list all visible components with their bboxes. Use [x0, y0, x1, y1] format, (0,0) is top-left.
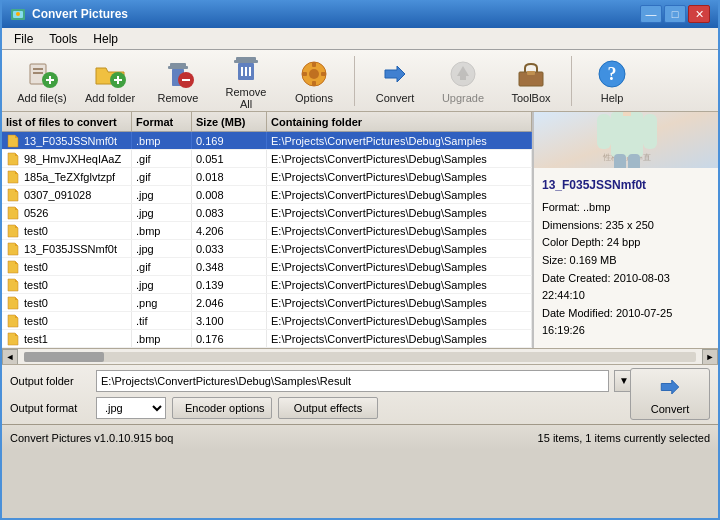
- help-label: Help: [601, 92, 624, 104]
- help-icon: ?: [596, 58, 628, 90]
- horizontal-scrollbar[interactable]: ◄ ►: [2, 348, 718, 364]
- cell-folder: E:\Projects\ConvertPictures\Debug\Sample…: [267, 222, 532, 239]
- add-files-label: Add file(s): [17, 92, 67, 104]
- preview-panel: 性格爽朗率直 进一线的思考: [533, 112, 718, 348]
- remove-all-icon: [230, 52, 262, 84]
- cell-size: 0.083: [192, 204, 267, 221]
- svg-rect-31: [460, 76, 466, 80]
- main-area: list of files to convert Format Size (MB…: [2, 112, 718, 348]
- table-row[interactable]: test1 .bmp 0.176 E:\Projects\ConvertPict…: [2, 330, 532, 348]
- remove-button[interactable]: Remove: [146, 54, 210, 108]
- output-effects-button[interactable]: Output effects: [278, 397, 378, 419]
- title-bar: Convert Pictures — □ ✕: [2, 0, 718, 28]
- table-row[interactable]: 0307_091028 .jpg 0.008 E:\Projects\Conve…: [2, 186, 532, 204]
- add-folder-button[interactable]: Add folder: [78, 54, 142, 108]
- scroll-left-button[interactable]: ◄: [2, 349, 18, 365]
- options-label: Options: [295, 92, 333, 104]
- cell-format: .bmp: [132, 132, 192, 149]
- table-row[interactable]: 13_F035JSSNmf0t .bmp 0.169 E:\Projects\C…: [2, 132, 532, 150]
- col-header-format: Format: [132, 112, 192, 131]
- table-row[interactable]: 185a_TeZXfglvtzpf .gif 0.018 E:\Projects…: [2, 168, 532, 186]
- col-header-name: list of files to convert: [2, 112, 132, 131]
- convert-button[interactable]: Convert: [630, 368, 710, 420]
- status-version: Convert Pictures v1.0.10.915 boq: [10, 432, 173, 444]
- convert-button-label: Convert: [651, 403, 690, 415]
- preview-image: 性格爽朗率直 进一线的思考: [534, 112, 719, 168]
- col-header-size: Size (MB): [192, 112, 267, 131]
- svg-rect-80: [628, 154, 640, 168]
- output-folder-input[interactable]: [96, 370, 609, 392]
- convert-icon: [379, 58, 411, 90]
- cell-format: .jpg: [132, 186, 192, 203]
- table-row[interactable]: test0 .bmp 4.206 E:\Projects\ConvertPict…: [2, 222, 532, 240]
- remove-icon: [162, 58, 194, 90]
- output-format-row: Output format .jpg .bmp .gif .png .tif E…: [10, 397, 710, 421]
- cell-size: 0.008: [192, 186, 267, 203]
- toolbar-convert-button[interactable]: Convert: [363, 54, 427, 108]
- cell-name: 13_F035JSSNmf0t: [2, 240, 132, 257]
- table-row[interactable]: 13_F035JSSNmf0t .jpg 0.033 E:\Projects\C…: [2, 240, 532, 258]
- remove-all-button[interactable]: Remove All: [214, 54, 278, 108]
- preview-info: 13_F035JSSNmf0t Format: ..bmp Dimensions…: [534, 168, 718, 348]
- output-format-select[interactable]: .jpg .bmp .gif .png .tif: [96, 397, 166, 419]
- file-icon: [6, 188, 20, 202]
- cell-format: .tif: [132, 312, 192, 329]
- svg-rect-79: [614, 154, 626, 168]
- add-file-icon: [26, 58, 58, 90]
- svg-rect-29: [321, 72, 326, 76]
- cell-name: 185a_TeZXfglvtzpf: [2, 168, 132, 185]
- maximize-button[interactable]: □: [664, 5, 686, 23]
- file-icon: [6, 332, 20, 346]
- cell-size: 0.018: [192, 168, 267, 185]
- minimize-button[interactable]: —: [640, 5, 662, 23]
- options-button[interactable]: Options: [282, 54, 346, 108]
- toolbar-separator-2: [571, 56, 572, 106]
- cell-name: 98_HmvJXHeqIAaZ: [2, 150, 132, 167]
- cell-format: .jpg: [132, 276, 192, 293]
- scroll-right-button[interactable]: ►: [702, 349, 718, 365]
- cell-folder: E:\Projects\ConvertPictures\Debug\Sample…: [267, 312, 532, 329]
- options-icon: [298, 58, 330, 90]
- menu-help[interactable]: Help: [85, 30, 126, 48]
- convert-button-icon: [656, 373, 684, 401]
- menu-tools[interactable]: Tools: [41, 30, 85, 48]
- table-row[interactable]: 0526 .jpg 0.083 E:\Projects\ConvertPictu…: [2, 204, 532, 222]
- cell-size: 3.100: [192, 312, 267, 329]
- preview-date-modified: Date Modified: 2010-07-25 16:19:26: [542, 305, 710, 340]
- cell-folder: E:\Projects\ConvertPictures\Debug\Sample…: [267, 276, 532, 293]
- svg-rect-17: [182, 79, 190, 81]
- cell-name: 0526: [2, 204, 132, 221]
- menu-bar: File Tools Help: [2, 28, 718, 50]
- file-list[interactable]: 13_F035JSSNmf0t .bmp 0.169 E:\Projects\C…: [2, 132, 532, 348]
- add-folder-icon: [94, 58, 126, 90]
- file-icon: [6, 224, 20, 238]
- cell-folder: E:\Projects\ConvertPictures\Debug\Sample…: [267, 294, 532, 311]
- output-folder-row: Output folder ▼ Browse...: [10, 369, 710, 393]
- toolbar-convert-label: Convert: [376, 92, 415, 104]
- table-row[interactable]: test0 .png 2.046 E:\Projects\ConvertPict…: [2, 294, 532, 312]
- cell-size: 2.046: [192, 294, 267, 311]
- svg-point-25: [309, 69, 319, 79]
- svg-rect-77: [597, 114, 611, 149]
- list-header: list of files to convert Format Size (MB…: [2, 112, 532, 132]
- encoder-options-button[interactable]: Encoder options: [172, 397, 272, 419]
- cell-folder: E:\Projects\ConvertPictures\Debug\Sample…: [267, 186, 532, 203]
- table-row[interactable]: test0 .jpg 0.139 E:\Projects\ConvertPict…: [2, 276, 532, 294]
- close-button[interactable]: ✕: [688, 5, 710, 23]
- cell-size: 4.206: [192, 222, 267, 239]
- menu-file[interactable]: File: [6, 30, 41, 48]
- toolbox-button[interactable]: ToolBox: [499, 54, 563, 108]
- scrollbar-thumb[interactable]: [24, 352, 104, 362]
- cell-folder: E:\Projects\ConvertPictures\Debug\Sample…: [267, 150, 532, 167]
- table-row[interactable]: test0 .gif 0.348 E:\Projects\ConvertPict…: [2, 258, 532, 276]
- add-files-button[interactable]: Add file(s): [10, 54, 74, 108]
- bottom-controls-container: Output folder ▼ Browse... Output format …: [2, 364, 718, 424]
- svg-rect-76: [611, 112, 643, 157]
- table-row[interactable]: test0 .tif 3.100 E:\Projects\ConvertPict…: [2, 312, 532, 330]
- svg-rect-26: [312, 62, 316, 67]
- upgrade-icon: [447, 58, 479, 90]
- table-row[interactable]: 98_HmvJXHeqIAaZ .gif 0.051 E:\Projects\C…: [2, 150, 532, 168]
- help-button[interactable]: ? Help: [580, 54, 644, 108]
- preview-size: Size: 0.169 MB: [542, 252, 710, 270]
- cell-name: 0307_091028: [2, 186, 132, 203]
